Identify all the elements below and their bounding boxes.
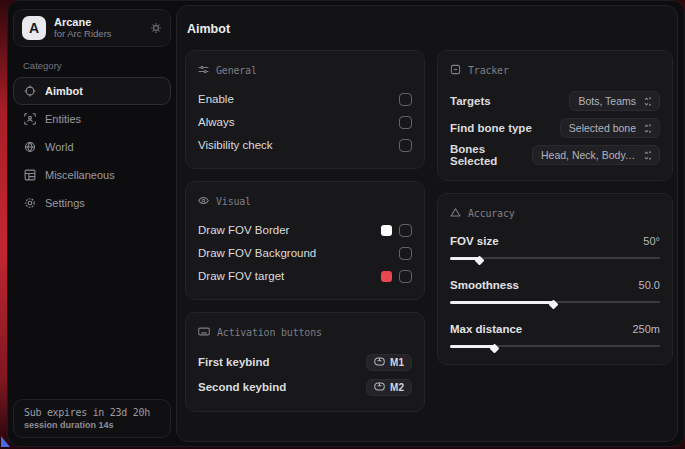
- brand-text: Arcane for Arc Riders: [54, 16, 142, 40]
- sidebar-item-label: World: [45, 141, 74, 153]
- card-accuracy: Accuracy FOV size 50°: [437, 193, 673, 365]
- slider-row-fov-size: FOV size 50°: [450, 231, 660, 262]
- brand-subtitle: for Arc Riders: [54, 29, 142, 40]
- eye-icon: [198, 192, 209, 210]
- sidebar-item-label: Aimbot: [45, 85, 83, 97]
- sidebar-item-settings[interactable]: Settings: [13, 189, 171, 217]
- gear-icon: [24, 197, 36, 209]
- card-activation-buttons: Activation buttons First keybind M1: [185, 312, 425, 412]
- sidebar-item-label: Miscellaneous: [45, 169, 115, 181]
- expand-icon: [642, 151, 651, 160]
- fov-size-value: 50°: [643, 235, 660, 247]
- subscription-info: Sub expires in 23d 20h session duration …: [13, 399, 171, 438]
- bones-selected-dropdown[interactable]: Head, Neck, Body, Pe..: [532, 145, 660, 165]
- max-distance-value: 250m: [632, 323, 660, 335]
- card-title: Activation buttons: [217, 327, 322, 338]
- scan-icon: [450, 61, 461, 79]
- page-title: Aimbot: [187, 22, 669, 36]
- smoothness-value: 50.0: [639, 279, 660, 291]
- card-tracker: Tracker Targets Bots, Teams: [437, 50, 673, 181]
- second-keybind-button[interactable]: M2: [366, 379, 412, 396]
- color-swatch[interactable]: [381, 225, 392, 236]
- targets-dropdown[interactable]: Bots, Teams: [569, 91, 660, 111]
- always-checkbox[interactable]: [399, 116, 412, 129]
- enable-checkbox[interactable]: [399, 93, 412, 106]
- triangle-icon: [450, 204, 461, 222]
- slider-row-smoothness: Smoothness 50.0: [450, 275, 660, 306]
- app-logo: A: [22, 16, 46, 40]
- mouse-icon: [374, 357, 385, 368]
- expand-icon: [642, 97, 651, 106]
- fov-border-checkbox[interactable]: [399, 224, 412, 237]
- crosshair-icon: [24, 85, 36, 97]
- tracker-row-find-bone: Find bone type Selected bone: [450, 115, 660, 141]
- sidebar-item-label: Entities: [45, 113, 81, 125]
- expand-icon: [642, 124, 651, 133]
- sub-expires-text: Sub expires in 23d 20h: [24, 407, 160, 418]
- setting-row-always: Always: [198, 111, 412, 133]
- sidebar-item-aimbot[interactable]: Aimbot: [13, 77, 171, 105]
- app-window: A Arcane for Arc Riders Category Aimbot: [7, 0, 685, 447]
- max-distance-slider[interactable]: [450, 342, 660, 350]
- slider-row-max-distance: Max distance 250m: [450, 319, 660, 350]
- tracker-row-bones-selected: Bones Selected Head, Neck, Body, Pe..: [450, 142, 660, 168]
- sliders-icon: [198, 61, 209, 79]
- visibility-check-checkbox[interactable]: [399, 139, 412, 152]
- fov-target-checkbox[interactable]: [399, 270, 412, 283]
- keybind-row-first: First keybind M1: [198, 350, 412, 374]
- first-keybind-button[interactable]: M1: [366, 354, 412, 371]
- keyboard-icon: [198, 323, 210, 341]
- sidebar-item-entities[interactable]: Entities: [13, 105, 171, 133]
- color-swatch[interactable]: [381, 271, 392, 282]
- category-label: Category: [23, 60, 171, 71]
- brand-header: A Arcane for Arc Riders: [13, 9, 171, 47]
- world-icon: [24, 141, 36, 153]
- keybind-row-second: Second keybind M2: [198, 375, 412, 399]
- card-visual: Visual Draw FOV Border Draw FOV Backgrou…: [185, 181, 425, 300]
- setting-row-fov-target: Draw FOV target: [198, 265, 412, 287]
- find-bone-type-dropdown[interactable]: Selected bone: [560, 118, 660, 138]
- mouse-icon: [374, 382, 385, 393]
- card-general: General Enable Always Visibility check: [185, 50, 425, 169]
- gear-icon[interactable]: [150, 22, 162, 34]
- setting-row-visibility-check: Visibility check: [198, 134, 412, 156]
- sidebar: A Arcane for Arc Riders Category Aimbot: [8, 1, 176, 446]
- sidebar-item-miscellaneous[interactable]: Miscellaneous: [13, 161, 171, 189]
- card-title: Visual: [216, 196, 251, 207]
- mouse-cursor: [1, 436, 10, 447]
- sidebar-item-world[interactable]: World: [13, 133, 171, 161]
- smoothness-slider[interactable]: [450, 298, 660, 306]
- grid-icon: [24, 169, 36, 181]
- tracker-row-targets: Targets Bots, Teams: [450, 88, 660, 114]
- setting-row-enable: Enable: [198, 88, 412, 110]
- setting-row-fov-border: Draw FOV Border: [198, 219, 412, 241]
- card-title: Accuracy: [468, 208, 515, 219]
- session-duration-text: session duration 14s: [24, 420, 160, 430]
- main-panel: Aimbot General Enable: [176, 5, 678, 442]
- brand-title: Arcane: [54, 16, 142, 29]
- fov-size-slider[interactable]: [450, 254, 660, 262]
- card-title: General: [216, 65, 257, 76]
- setting-row-fov-background: Draw FOV Background: [198, 242, 412, 264]
- card-title: Tracker: [468, 65, 509, 76]
- sidebar-item-label: Settings: [45, 197, 85, 209]
- fov-background-checkbox[interactable]: [399, 247, 412, 260]
- entities-icon: [24, 113, 36, 125]
